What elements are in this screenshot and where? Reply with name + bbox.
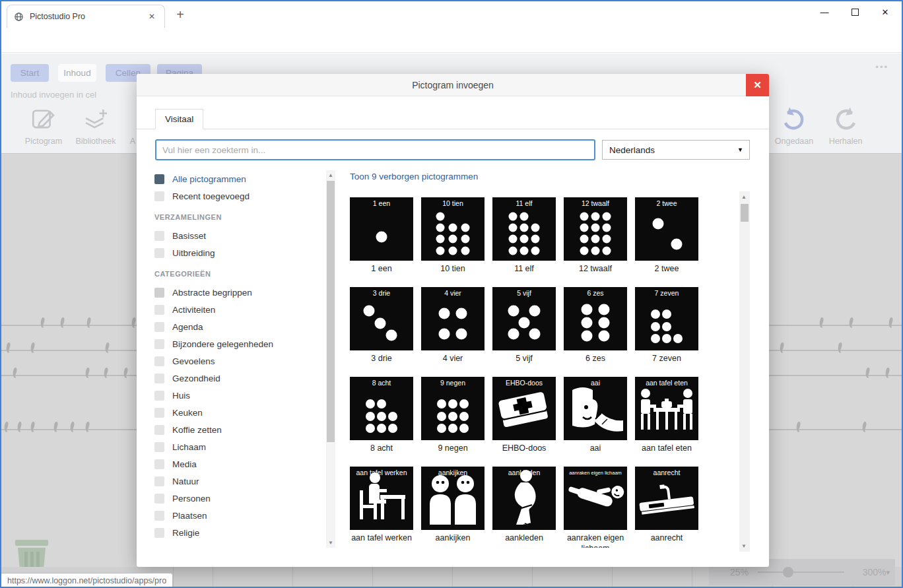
grid-scrollbar[interactable]: ▲ ▼ [739, 191, 750, 552]
window-maximize-button[interactable] [840, 1, 870, 22]
show-hidden-pictograms-link[interactable]: Toon 9 verborgen pictogrammen [350, 172, 478, 181]
pictogram-tile-10-tien[interactable]: 10 tien10 tien [421, 197, 485, 261]
table-cell-divider [173, 567, 174, 587]
checkbox[interactable] [154, 511, 164, 521]
checkbox[interactable] [154, 305, 164, 315]
checkbox[interactable] [154, 174, 164, 184]
dialog-close-button[interactable]: ✕ [746, 74, 769, 96]
sidebar-item-alle-pictogrammen[interactable]: Alle pictogrammen [154, 170, 321, 187]
sidebar-item-huis[interactable]: Huis [154, 387, 321, 404]
ribbon-tab-start[interactable]: Start [11, 64, 49, 82]
sidebar-scrollbar-thumb[interactable] [327, 181, 335, 442]
tab-visitaal[interactable]: Visitaal [155, 109, 203, 129]
sidebar-item-natuur[interactable]: Natuur [154, 473, 321, 490]
checkbox[interactable] [154, 408, 164, 418]
redo-button[interactable]: Herhalen [820, 105, 871, 154]
checkbox[interactable] [154, 425, 164, 435]
checkbox[interactable] [154, 288, 164, 298]
pictogram-tile-7-zeven[interactable]: 7 zeven7 zeven [635, 287, 698, 350]
pictogram-tile-aankleden[interactable]: aankledenaankleden [492, 467, 556, 530]
sidebar-item-lichaam[interactable]: Lichaam [154, 438, 321, 455]
checkbox[interactable] [154, 356, 164, 366]
sidebar-item-activiteiten[interactable]: Activiteiten [154, 301, 321, 318]
checkbox[interactable] [154, 248, 164, 258]
sidebar-item-keuken[interactable]: Keuken [154, 404, 321, 421]
checkbox[interactable] [154, 374, 164, 383]
window-minimize-button[interactable]: — [809, 1, 840, 22]
checkbox[interactable] [154, 339, 164, 349]
number-dots-icon: 11 elf [492, 197, 556, 261]
sidebar-item-personen[interactable]: Personen [154, 490, 321, 507]
checkbox[interactable] [154, 191, 164, 201]
ribbon-tab-inhoud[interactable]: Inhoud [58, 64, 96, 82]
zoom-dropdown-icon[interactable]: ▾ [886, 568, 890, 577]
undo-button[interactable]: Ongedaan [769, 105, 819, 154]
sidebar-item-gezondheid[interactable]: Gezondheid [154, 370, 321, 387]
dialog-header[interactable]: Pictogram invoegen [137, 74, 769, 96]
pictogram-tile-4-vier[interactable]: 4 vier4 vier [421, 287, 485, 350]
pictogram-tile-aan-tafel-werken[interactable]: aan tafel werkenaan tafel werken [350, 467, 413, 530]
pictogram-tile-aanraken-eigen-lichaam[interactable]: aanraken eigen lichaamaanraken eigen lic… [564, 467, 627, 530]
browser-window: Pictostudio Pro ✕ + — ✕ ← → https://www.… [0, 0, 903, 588]
sidebar-item-plaatsen[interactable]: Plaatsen [154, 507, 321, 524]
tab-close-icon[interactable]: ✕ [146, 11, 158, 22]
sidebar-section-header: CATEGORIEËN [154, 261, 321, 284]
pictogram-tile-aan-tafel-eten[interactable]: aan tafel etenaan tafel eten [635, 377, 698, 440]
sidebar-item-religie[interactable]: Religie [154, 524, 321, 541]
sidebar-item-agenda[interactable]: Agenda [154, 318, 321, 335]
checkbox[interactable] [154, 231, 164, 241]
clipped-button-label: A [130, 137, 135, 146]
aanraken-eigen-lichaam-icon: aanraken eigen lichaam [564, 467, 627, 530]
sidebar-item-koffie-zetten[interactable]: Koffie zetten [154, 421, 321, 438]
checkbox[interactable] [154, 459, 164, 469]
pictogram-tile-5-vijf[interactable]: 5 vijf5 vijf [492, 287, 556, 350]
sidebar-item-basisset[interactable]: Basisset [154, 227, 321, 244]
sidebar-item-bijzondere-gelegenheden[interactable]: Bijzondere gelegenheden [154, 335, 321, 352]
checkbox[interactable] [154, 391, 164, 401]
tile-inner-label: aan tafel werken [350, 469, 413, 476]
sidebar-item-label: Personen [172, 494, 211, 504]
sidebar-item-abstracte-begrippen[interactable]: Abstracte begrippen [154, 284, 321, 301]
tile-caption: aanrecht [631, 533, 702, 543]
window-close-button[interactable]: ✕ [870, 1, 900, 22]
pictogram-tile-aankijken[interactable]: aankijkenaankijken [421, 467, 485, 530]
pictogram-tile-6-zes[interactable]: 6 zes6 zes [564, 287, 627, 350]
scroll-up-icon[interactable]: ▲ [739, 194, 749, 200]
grid-scrollbar-thumb[interactable] [741, 204, 749, 222]
pictogram-tile-aanrecht[interactable]: aanrechtaanrecht [635, 467, 698, 530]
checkbox[interactable] [154, 442, 164, 452]
number-dots-icon: 3 drie [350, 287, 413, 350]
pictogram-tile-aai[interactable]: aaiaai [564, 377, 627, 440]
pictogram-tile-9-negen[interactable]: 9 negen9 negen [421, 377, 485, 440]
bibliotheek-button[interactable]: Bibliotheek [71, 105, 121, 154]
checkbox[interactable] [154, 476, 164, 486]
pictogram-tile-2-twee[interactable]: 2 twee2 twee [635, 197, 698, 261]
pictogram-tile-ehbo-doos[interactable]: EHBO-doosEHBO-doos [492, 377, 556, 440]
pictogram-tile-8-acht[interactable]: 8 acht8 acht [350, 377, 413, 440]
scroll-up-icon[interactable]: ▲ [326, 172, 335, 178]
sidebar-item-label: Basisset [172, 231, 206, 241]
sidebar-item-media[interactable]: Media [154, 455, 321, 473]
zoom-slider[interactable] [758, 572, 844, 573]
scroll-down-icon[interactable]: ▼ [739, 543, 749, 549]
zoom-slider-thumb[interactable] [783, 567, 793, 577]
sidebar-item-recent-toegevoegd[interactable]: Recent toegevoegd [154, 187, 321, 205]
checkbox[interactable] [154, 322, 164, 332]
checkbox[interactable] [154, 494, 164, 504]
search-input[interactable] [155, 139, 595, 160]
pictogram-button[interactable]: Pictogram [18, 105, 69, 154]
app-menu-dots-icon[interactable]: ••• [875, 62, 888, 72]
sidebar-item-uitbreiding[interactable]: Uitbreiding [154, 244, 321, 261]
checkbox[interactable] [154, 528, 164, 538]
sidebar-scrollbar[interactable]: ▲ ▼ [326, 170, 335, 548]
sidebar-item-gevoelens[interactable]: Gevoelens [154, 352, 321, 370]
tile-inner-label: 6 zes [564, 289, 627, 297]
browser-tab[interactable]: Pictostudio Pro ✕ [7, 5, 165, 28]
pictogram-tile-11-elf[interactable]: 11 elf11 elf [492, 197, 556, 261]
pictogram-tile-12-twaalf[interactable]: 12 twaalf12 twaalf [564, 197, 627, 261]
pictogram-tile-1-een[interactable]: 1 een1 een [350, 197, 413, 261]
pictogram-tile-3-drie[interactable]: 3 drie3 drie [350, 287, 413, 350]
scroll-down-icon[interactable]: ▼ [326, 540, 335, 546]
new-tab-button[interactable]: + [172, 7, 189, 24]
language-select[interactable]: Nederlands ▼ [602, 140, 750, 160]
